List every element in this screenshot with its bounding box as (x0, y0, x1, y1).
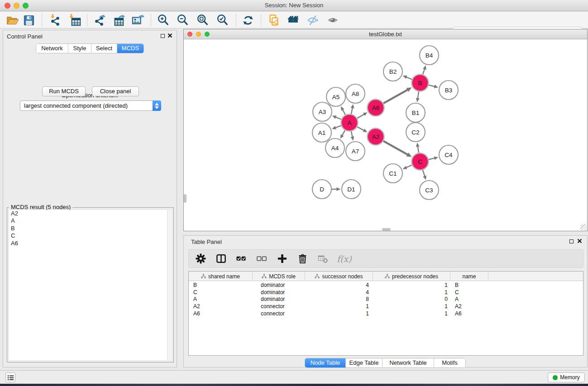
cell-MCDS-role[interactable]: dominator (253, 282, 305, 289)
graph-node-A2[interactable]: A2 (368, 129, 384, 145)
task-history-button[interactable] (5, 372, 15, 382)
graph-node-B1[interactable]: B1 (406, 103, 425, 122)
cell-shared-name[interactable]: A (189, 296, 253, 303)
table-row-A2[interactable]: A2connector11A2 (189, 303, 583, 310)
graph-node-B2[interactable]: B2 (383, 62, 402, 81)
zoom-out-icon[interactable] (176, 13, 190, 28)
import-network-icon[interactable] (48, 13, 62, 28)
edge-C-C4[interactable] (429, 158, 435, 159)
cell-MCDS-role[interactable]: connector (253, 303, 305, 310)
export-network-icon[interactable] (92, 13, 106, 28)
edge-A-A8[interactable] (351, 108, 353, 114)
tab-node-table[interactable]: Node Table (305, 358, 346, 367)
cell-MCDS-role[interactable]: dominator (253, 289, 305, 296)
graph-node-A5[interactable]: A5 (326, 87, 345, 106)
create-column-icon[interactable] (276, 253, 288, 265)
mcds-result-item[interactable]: A (9, 217, 172, 224)
graph-node-C4[interactable]: C4 (439, 145, 458, 164)
tab-motifs[interactable]: Motifs (434, 358, 465, 367)
edge-A-A4[interactable] (342, 130, 345, 136)
home-icon[interactable] (286, 13, 301, 28)
cell-MCDS-role[interactable]: connector (253, 310, 305, 318)
close-table-panel-icon[interactable] (577, 238, 583, 244)
cell-predecessor-nodes[interactable]: 0 (373, 296, 450, 303)
cell-successor-nodes[interactable]: 4 (305, 282, 373, 289)
run-mcds-button[interactable]: Run MCDS (42, 86, 86, 96)
mcds-result-item[interactable]: A6 (9, 240, 172, 247)
close-panel-icon[interactable] (167, 33, 173, 38)
tab-edge-table[interactable]: Edge Table (346, 358, 382, 367)
vertical-scroll-nub[interactable] (184, 194, 186, 203)
delete-column-icon[interactable] (296, 253, 309, 265)
network-close-button[interactable] (187, 32, 192, 37)
resize-grip-icon[interactable] (580, 224, 587, 230)
edge-B-B1[interactable] (418, 91, 419, 99)
graph-node-D[interactable]: D (312, 180, 331, 199)
table-row-A6[interactable]: A6connector11A6 (189, 310, 583, 318)
cell-predecessor-nodes[interactable]: 1 (373, 282, 450, 289)
tab-network-table[interactable]: Network Table (382, 358, 434, 367)
cell-predecessor-nodes[interactable]: 1 (373, 310, 450, 318)
delete-table-icon[interactable] (316, 253, 329, 265)
show-column-icon[interactable] (215, 253, 227, 265)
graph-node-A6[interactable]: A6 (368, 100, 384, 116)
graph-node-C3[interactable]: C3 (420, 181, 439, 200)
edge-A-A1[interactable] (335, 126, 341, 128)
cell-shared-name[interactable]: B (189, 282, 253, 289)
graph-node-C1[interactable]: C1 (383, 164, 402, 183)
graph-node-D1[interactable]: D1 (342, 180, 361, 199)
cell-MCDS-role[interactable]: dominator (253, 296, 305, 303)
zoom-fit-icon[interactable] (196, 13, 210, 28)
float-table-panel-icon[interactable] (569, 239, 574, 243)
table-row-A[interactable]: Adominator80A (189, 296, 583, 303)
maximize-window-button[interactable] (23, 3, 29, 9)
edge-B-B2[interactable] (406, 77, 412, 79)
edge-C-C3[interactable] (423, 170, 425, 176)
mcds-result-item[interactable]: B (9, 225, 172, 232)
zoom-in-icon[interactable] (156, 13, 171, 28)
close-panel-button[interactable]: Close panel (92, 86, 139, 96)
export-image-icon[interactable] (131, 13, 145, 28)
mcds-result-list[interactable]: A2ABCA6 (9, 210, 172, 360)
edge-A2-C[interactable] (383, 141, 408, 155)
cell-name[interactable]: A (450, 296, 488, 303)
graph-node-C2[interactable]: C2 (406, 123, 425, 142)
close-window-button[interactable] (5, 3, 10, 9)
column-header-successor-nodes[interactable]: successor nodes (305, 272, 373, 281)
graph-node-A[interactable]: A (341, 114, 358, 131)
edge-A-A2[interactable] (357, 127, 364, 130)
graph-node-A4[interactable]: A4 (325, 138, 344, 157)
edge-A6-B[interactable] (383, 90, 408, 103)
column-header-MCDS-role[interactable]: MCDS role (253, 272, 305, 281)
tab-style[interactable]: Style (68, 44, 91, 53)
memory-button[interactable]: Memory (548, 372, 585, 382)
table-row-B[interactable]: Bdominator41B (189, 282, 583, 289)
select-all-columns-icon[interactable] (235, 253, 248, 265)
mcds-result-item[interactable]: A2 (9, 210, 172, 217)
cell-shared-name[interactable]: A6 (189, 310, 253, 318)
cell-name[interactable]: A6 (450, 310, 488, 318)
cell-predecessor-nodes[interactable]: 1 (373, 289, 450, 296)
cell-name[interactable]: B (450, 282, 488, 289)
edge-C-C2[interactable] (418, 146, 419, 153)
cell-shared-name[interactable]: C (189, 289, 253, 296)
float-panel-icon[interactable] (161, 34, 165, 38)
network-maximize-button[interactable] (205, 32, 210, 37)
edge-A-A7[interactable] (351, 131, 353, 137)
show-panel-icon[interactable] (326, 13, 341, 28)
cell-successor-nodes[interactable]: 8 (305, 296, 373, 303)
open-file-icon[interactable] (5, 13, 19, 28)
cell-successor-nodes[interactable]: 1 (305, 303, 373, 310)
tab-mcds[interactable]: MCDS (117, 44, 143, 53)
export-table-icon[interactable] (111, 13, 126, 28)
graph-node-B[interactable]: B (412, 75, 429, 91)
cell-successor-nodes[interactable]: 1 (305, 310, 373, 318)
graph-node-A3[interactable]: A3 (313, 102, 332, 121)
graph-node-C[interactable]: C (412, 153, 429, 170)
result-scrollbar[interactable] (167, 210, 172, 360)
tab-network[interactable]: Network (36, 44, 68, 53)
edge-A-A6[interactable] (357, 114, 364, 118)
edge-B-B4[interactable] (423, 69, 425, 75)
tab-select[interactable]: Select (91, 44, 117, 53)
import-table-icon[interactable] (68, 13, 83, 28)
